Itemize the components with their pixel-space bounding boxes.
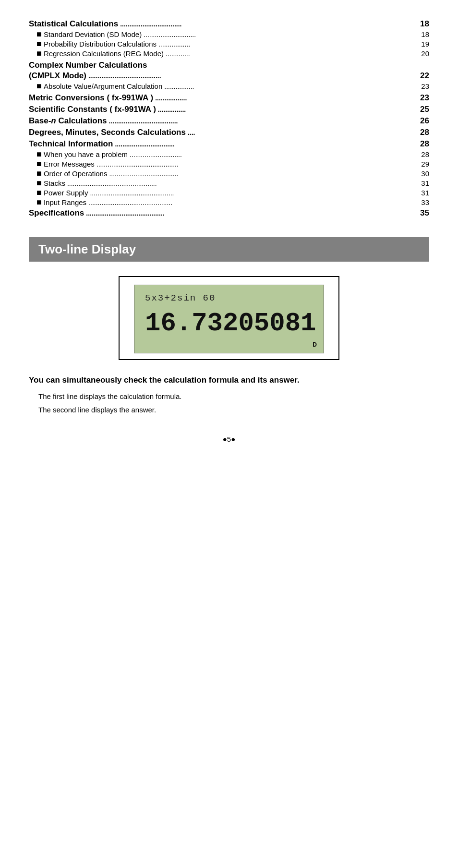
toc-entry-absval: ■ Absolute Value/Argument Calculation ..… bbox=[29, 82, 429, 90]
para-line2: The second line displays the answer. bbox=[29, 404, 429, 416]
toc-label-problem: ■ When you have a problem ..............… bbox=[36, 150, 417, 158]
toc-label-error: ■ Error Messages .......................… bbox=[36, 159, 417, 168]
toc-label-dms: Degrees, Minutes, Seconds Calculations .… bbox=[29, 128, 417, 137]
toc-entry-metric: Metric Conversions ( fx-991WA ) ........… bbox=[29, 93, 429, 103]
toc-entry-stacks: ■ Stacks ...............................… bbox=[29, 179, 429, 187]
toc-entry-statistical: Statistical Calculations ...............… bbox=[29, 19, 429, 29]
toc-entry-orderops: ■ Order of Operations ..................… bbox=[29, 169, 429, 178]
toc-label-power: ■ Power Supply .........................… bbox=[36, 188, 417, 197]
toc-complex-line2: (CMPLX Mode) ...........................… bbox=[29, 71, 429, 81]
toc-entry-basen: Base-n Calculations ....................… bbox=[29, 116, 429, 126]
display-box-wrapper: 5x3+2sin 60 16.73205081 D bbox=[29, 276, 429, 360]
toc-label-orderops: ■ Order of Operations ..................… bbox=[36, 169, 417, 178]
toc-label-absval: ■ Absolute Value/Argument Calculation ..… bbox=[36, 82, 417, 90]
toc-entry-techinfo: Technical Information ..................… bbox=[29, 139, 429, 149]
toc-entry-stddev: ■ Standard Deviation (SD Mode) .........… bbox=[29, 30, 429, 38]
toc-label-techinfo: Technical Information ..................… bbox=[29, 139, 417, 149]
toc-entry-error: ■ Error Messages .......................… bbox=[29, 159, 429, 168]
toc-complex-line1: Complex Number Calculations bbox=[29, 60, 429, 70]
toc-label-stacks: ■ Stacks ...............................… bbox=[36, 179, 417, 187]
toc-entry-regression: ■ Regression Calculations (REG Mode) ...… bbox=[29, 49, 429, 58]
display-indicator: D bbox=[141, 341, 317, 348]
toc-label-basen: Base-n Calculations ....................… bbox=[29, 116, 417, 126]
toc-label-statistical: Statistical Calculations ...............… bbox=[29, 19, 417, 29]
toc-entry-power: ■ Power Supply .........................… bbox=[29, 188, 429, 197]
calculator-display: 5x3+2sin 60 16.73205081 D bbox=[119, 276, 339, 360]
toc-entry-complex: Complex Number Calculations (CMPLX Mode)… bbox=[29, 60, 429, 81]
toc-label-sciconst: Scientific Constants ( fx-991WA ) ......… bbox=[29, 105, 417, 114]
toc-entry-dms: Degrees, Minutes, Seconds Calculations .… bbox=[29, 128, 429, 137]
toc-entry-sciconst: Scientific Constants ( fx-991WA ) ......… bbox=[29, 105, 429, 114]
toc-entry-problem: ■ When you have a problem ..............… bbox=[29, 150, 429, 158]
toc-label-specs: Specifications .........................… bbox=[29, 208, 417, 218]
toc-label-stddev: ■ Standard Deviation (SD Mode) .........… bbox=[36, 30, 417, 38]
toc-container: Statistical Calculations ...............… bbox=[29, 19, 429, 218]
toc-label-probdist: ■ Probability Distribution Calculations … bbox=[36, 39, 417, 48]
para-line1: The first line displays the calculation … bbox=[29, 391, 429, 402]
section-header-two-line-display: Two-line Display bbox=[29, 237, 429, 262]
toc-entry-specs: Specifications .........................… bbox=[29, 208, 429, 218]
toc-label-inputranges: ■ Input Ranges .........................… bbox=[36, 198, 417, 206]
bold-description: You can simultaneously check the calcula… bbox=[29, 374, 429, 386]
toc-entry-inputranges: ■ Input Ranges .........................… bbox=[29, 198, 429, 206]
toc-entry-probdist: ■ Probability Distribution Calculations … bbox=[29, 39, 429, 48]
page-number: ●5● bbox=[29, 435, 429, 443]
toc-label-metric: Metric Conversions ( fx-991WA ) ........… bbox=[29, 93, 417, 103]
display-line1: 5x3+2sin 60 bbox=[141, 291, 317, 305]
toc-label-regression: ■ Regression Calculations (REG Mode) ...… bbox=[36, 49, 417, 58]
display-line2: 16.73205081 bbox=[141, 307, 317, 339]
